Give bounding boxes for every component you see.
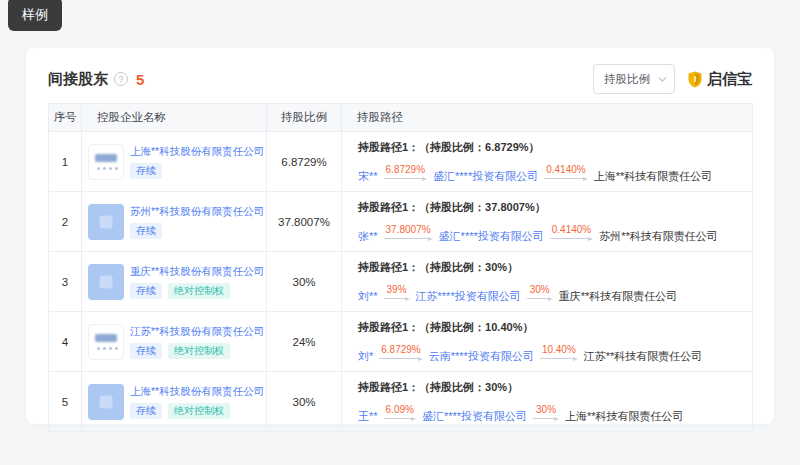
tag-control: 绝对控制权 — [168, 343, 230, 359]
brand-name: 启信宝 — [707, 70, 752, 89]
arrow-line — [384, 236, 433, 241]
table-row: 2 苏州**科技股份有限责任公司 存续 37.8007% 持股路径1：（持股比例… — [49, 192, 753, 252]
shareholders-table: 序号 控股企业名称 持股比例 持股路径 1 上海**科技股份有限责任公司 存续 … — [48, 103, 753, 432]
path-flow: 宋**6.8729%盛汇****投资有限公司0.4140%上海**科技有限责任公… — [358, 164, 736, 183]
arrow-line — [533, 416, 559, 421]
gold-shield-icon — [687, 71, 703, 88]
company-cell: 苏州**科技股份有限责任公司 存续 — [82, 192, 267, 252]
company-name-link[interactable]: 江苏**科技股份有限责任公司 — [130, 325, 264, 338]
path-entity-link[interactable]: 张** — [358, 229, 378, 243]
company-logo — [88, 144, 124, 180]
arrow-percentage-label: 6.09% — [384, 404, 416, 416]
chevron-down-icon — [658, 73, 666, 81]
arrow-percentage-label: 30% — [534, 404, 558, 416]
path-arrow-icon: 6.8729% — [384, 164, 427, 181]
path-title: 持股路径1：（持股比例：10.40%） — [358, 320, 736, 335]
path-cell: 持股路径1：（持股比例：37.8007%） 张**37.8007%盛汇****投… — [342, 192, 753, 252]
arrow-percentage-label: 6.8729% — [384, 164, 427, 176]
company-logo — [88, 264, 124, 300]
path-entity-link[interactable]: 盛汇****投资有限公司 — [433, 169, 538, 183]
ratio-cell: 24% — [267, 312, 342, 372]
tag-control: 绝对控制权 — [168, 403, 230, 419]
company-cell: 上海**科技股份有限责任公司 存续绝对控制权 — [82, 372, 267, 432]
path-cell: 持股路径1：（持股比例：30%） 王**6.09%盛汇****投资有限公司30%… — [342, 372, 753, 432]
tag-status: 存续 — [130, 283, 162, 299]
table-row: 3 重庆**科技股份有限责任公司 存续绝对控制权 30% 持股路径1：（持股比例… — [49, 252, 753, 312]
column-header-ratio: 持股比例 — [267, 104, 342, 132]
path-entity-link[interactable]: 云南****投资有限公司 — [429, 349, 534, 363]
ratio-cell: 30% — [267, 252, 342, 312]
column-header-company: 控股企业名称 — [82, 104, 267, 132]
path-entity-link[interactable]: 盛汇****投资有限公司 — [439, 229, 544, 243]
column-header-index: 序号 — [49, 104, 82, 132]
path-arrow-icon: 30% — [527, 284, 553, 301]
path-entity-link[interactable]: 刘** — [358, 289, 378, 303]
row-index: 2 — [49, 192, 82, 252]
path-cell: 持股路径1：（持股比例：10.40%） 刘*6.8729%云南****投资有限公… — [342, 312, 753, 372]
sample-badge: 样例 — [8, 0, 62, 31]
path-arrow-icon: 0.4140% — [550, 224, 593, 241]
path-cell: 持股路径1：（持股比例：30%） 刘**39%江苏****投资有限公司30%重庆… — [342, 252, 753, 312]
company-name-link[interactable]: 苏州**科技股份有限责任公司 — [130, 205, 264, 218]
path-entity-text: 上海**科技有限责任公司 — [565, 409, 684, 423]
company-tags: 存续 — [130, 223, 264, 239]
question-circle-icon[interactable]: ? — [114, 72, 128, 86]
table-header-row: 序号 控股企业名称 持股比例 持股路径 — [49, 104, 753, 132]
arrow-line — [379, 356, 422, 361]
tag-status: 存续 — [130, 223, 162, 239]
column-header-path: 持股路径 — [342, 104, 753, 132]
path-entity-link[interactable]: 宋** — [358, 169, 378, 183]
path-flow: 张**37.8007%盛汇****投资有限公司0.4140%苏州**科技有限责任… — [358, 224, 736, 243]
ratio-cell: 6.8729% — [267, 132, 342, 192]
path-flow: 刘*6.8729%云南****投资有限公司10.40%江苏**科技有限责任公司 — [358, 344, 736, 363]
card-header: 间接股东 ? 5 持股比例 启信宝 — [48, 64, 752, 94]
path-entity-text: 重庆**科技有限责任公司 — [559, 289, 678, 303]
tag-status: 存续 — [130, 343, 162, 359]
arrow-percentage-label: 0.4140% — [544, 164, 587, 176]
table-row: 1 上海**科技股份有限责任公司 存续 6.8729% 持股路径1：（持股比例：… — [49, 132, 753, 192]
company-tags: 存续 — [130, 163, 264, 179]
path-entity-link[interactable]: 刘* — [358, 349, 373, 363]
table-body: 1 上海**科技股份有限责任公司 存续 6.8729% 持股路径1：（持股比例：… — [49, 132, 753, 432]
company-name-link[interactable]: 上海**科技股份有限责任公司 — [130, 385, 264, 398]
arrow-line — [527, 296, 553, 301]
company-cell: 上海**科技股份有限责任公司 存续 — [82, 132, 267, 192]
company-logo — [88, 204, 124, 240]
path-arrow-icon: 37.8007% — [384, 224, 433, 241]
path-entity-link[interactable]: 王** — [358, 409, 378, 423]
company-logo — [88, 324, 124, 360]
section-title: 间接股东 — [48, 70, 108, 89]
row-index: 1 — [49, 132, 82, 192]
ratio-cell: 37.8007% — [267, 192, 342, 252]
arrow-line — [544, 176, 587, 181]
path-arrow-icon: 6.09% — [384, 404, 416, 421]
row-index: 4 — [49, 312, 82, 372]
tag-status: 存续 — [130, 403, 162, 419]
brand-logo: 启信宝 — [687, 70, 752, 89]
table-row: 5 上海**科技股份有限责任公司 存续绝对控制权 30% 持股路径1：（持股比例… — [49, 372, 753, 432]
arrow-percentage-label: 6.8729% — [379, 344, 422, 356]
path-arrow-icon: 10.40% — [540, 344, 578, 361]
sort-dropdown[interactable]: 持股比例 — [593, 64, 675, 94]
tag-control: 绝对控制权 — [168, 283, 230, 299]
company-cell: 重庆**科技股份有限责任公司 存续绝对控制权 — [82, 252, 267, 312]
company-name-link[interactable]: 重庆**科技股份有限责任公司 — [130, 265, 264, 278]
path-flow: 王**6.09%盛汇****投资有限公司30%上海**科技有限责任公司 — [358, 404, 736, 423]
path-entity-link[interactable]: 江苏****投资有限公司 — [416, 289, 521, 303]
path-arrow-icon: 39% — [384, 284, 410, 301]
company-name-link[interactable]: 上海**科技股份有限责任公司 — [130, 145, 264, 158]
ratio-cell: 30% — [267, 372, 342, 432]
path-entity-text: 苏州**科技有限责任公司 — [599, 229, 718, 243]
arrow-line — [384, 176, 427, 181]
arrow-percentage-label: 39% — [385, 284, 409, 296]
path-entity-link[interactable]: 盛汇****投资有限公司 — [422, 409, 527, 423]
path-entity-text: 江苏**科技有限责任公司 — [584, 349, 703, 363]
path-title: 持股路径1：（持股比例：37.8007%） — [358, 200, 736, 215]
shareholder-count: 5 — [136, 71, 144, 88]
path-entity-text: 上海**科技有限责任公司 — [594, 169, 713, 183]
arrow-percentage-label: 0.4140% — [550, 224, 593, 236]
tag-status: 存续 — [130, 163, 162, 179]
company-tags: 存续绝对控制权 — [130, 403, 264, 419]
table-row: 4 江苏**科技股份有限责任公司 存续绝对控制权 24% 持股路径1：（持股比例… — [49, 312, 753, 372]
path-cell: 持股路径1：（持股比例：6.8729%） 宋**6.8729%盛汇****投资有… — [342, 132, 753, 192]
